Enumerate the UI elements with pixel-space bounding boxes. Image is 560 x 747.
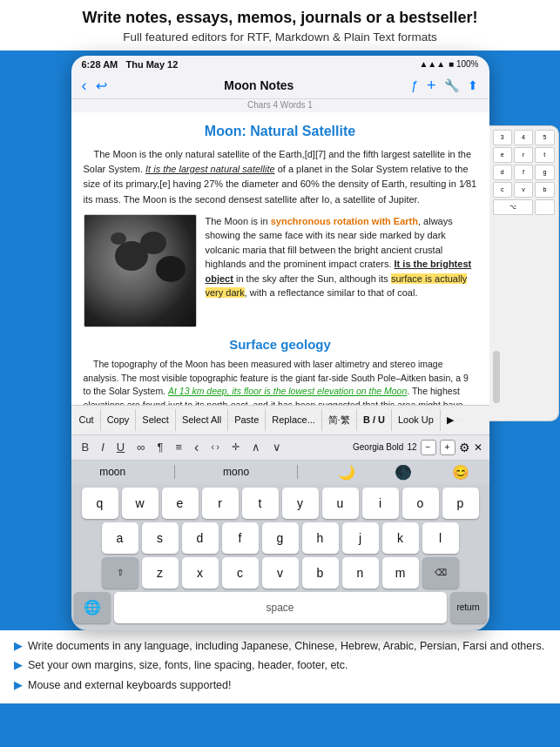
separator-1: [174, 465, 175, 479]
battery-icon: ■ 100%: [449, 59, 478, 69]
tools-icon[interactable]: 🔧: [444, 78, 459, 92]
key-z[interactable]: z: [142, 557, 179, 589]
cursor-button[interactable]: ✛: [228, 440, 243, 454]
more-button[interactable]: ▶: [441, 409, 460, 431]
ext-key: e: [493, 147, 512, 163]
status-bar: 6:28 AM Thu May 12 ▲▲▲ ■ 100%: [71, 56, 489, 73]
emoji-3[interactable]: 😊: [452, 464, 469, 481]
bold-italic-button[interactable]: B / U: [357, 409, 392, 431]
bullet-1: ▶ Write documents in any language, inclu…: [14, 637, 546, 656]
emoji-1[interactable]: 🌙: [338, 464, 355, 481]
add-icon[interactable]: +: [427, 77, 436, 95]
ext-key: 5: [535, 130, 554, 145]
nav-bar: ‹ ↩ Moon Notes ƒ + 🔧 ⬆: [71, 73, 489, 99]
key-e[interactable]: e: [162, 488, 199, 519]
key-b[interactable]: b: [302, 557, 339, 589]
font-icon[interactable]: ƒ: [411, 78, 418, 92]
ext-key: 3: [493, 130, 512, 145]
key-g[interactable]: g: [262, 522, 299, 554]
separator-2: [297, 465, 298, 479]
back-button[interactable]: ‹: [82, 77, 87, 95]
italic-button[interactable]: I: [98, 439, 108, 455]
underline-button[interactable]: U: [113, 439, 128, 455]
font-increase-button[interactable]: +: [440, 440, 455, 455]
key-p[interactable]: p: [442, 488, 479, 519]
paragraph-1: The Moon is the only natural satellite o…: [84, 147, 477, 206]
key-o[interactable]: o: [402, 488, 439, 519]
key-w[interactable]: w: [122, 488, 159, 519]
wifi-icon: ▲▲▲: [419, 59, 445, 69]
list-button[interactable]: ≡: [172, 439, 186, 455]
space-key[interactable]: space: [114, 592, 447, 623]
document-title: Moon: Natural Satellite: [84, 121, 477, 143]
external-keyboard: 3 4 5 e r t d f g c v b ⌥: [489, 125, 559, 421]
settings-button[interactable]: ⚙: [459, 441, 470, 454]
key-f[interactable]: f: [222, 522, 259, 554]
up-arrow-button[interactable]: ∧: [248, 439, 264, 455]
column-text: The Moon is in synchronous rotation with…: [206, 214, 477, 329]
context-menu: Cut Copy Select Select All Paste Replace…: [71, 405, 489, 434]
bullet-icon-2: ▶: [14, 656, 23, 675]
bullet-icon-3: ▶: [14, 676, 23, 695]
replace-button[interactable]: Replace...: [266, 409, 322, 431]
down-arrow-button[interactable]: ∨: [269, 439, 285, 455]
ipad-frame: 6:28 AM Thu May 12 ▲▲▲ ■ 100% ‹ ↩ Moon N…: [71, 56, 489, 630]
key-s[interactable]: s: [142, 522, 179, 554]
prev-arrow-button[interactable]: ‹: [191, 438, 202, 457]
key-u[interactable]: u: [322, 488, 359, 519]
key-i[interactable]: i: [362, 488, 399, 519]
cut-button[interactable]: Cut: [73, 409, 101, 431]
bold-button[interactable]: B: [78, 439, 93, 455]
bullet-icon-1: ▶: [14, 637, 23, 656]
undo-button[interactable]: ↩: [96, 77, 107, 94]
key-r[interactable]: r: [202, 488, 239, 519]
ext-key: 4: [514, 130, 533, 145]
bullet-text-1: Write documents in any language, includi…: [28, 637, 544, 655]
key-t[interactable]: t: [242, 488, 279, 519]
select-all-button[interactable]: Select All: [176, 409, 228, 431]
chinese-convert-button[interactable]: 简·繁: [322, 409, 357, 431]
subtext: Full featured editors for RTF, Markdown …: [17, 30, 543, 44]
key-j[interactable]: j: [342, 522, 379, 554]
autocomplete-item-2[interactable]: mono: [214, 464, 258, 480]
paste-button[interactable]: Paste: [228, 409, 266, 431]
close-button[interactable]: ✕: [474, 441, 482, 454]
key-n[interactable]: n: [342, 557, 379, 589]
document-area[interactable]: Moon: Natural Satellite The Moon is the …: [71, 112, 489, 434]
autocomplete-item-1[interactable]: moon: [91, 464, 134, 480]
key-d[interactable]: d: [182, 522, 219, 554]
ext-key: f: [514, 165, 533, 180]
key-l[interactable]: l: [422, 522, 459, 554]
time-display: 6:28 AM Thu May 12: [82, 59, 179, 70]
share-icon[interactable]: ⬆: [468, 78, 478, 92]
key-m[interactable]: m: [382, 557, 419, 589]
key-h[interactable]: h: [302, 522, 339, 554]
key-y[interactable]: y: [282, 488, 319, 519]
copy-button[interactable]: Copy: [101, 409, 137, 431]
paragraph-button[interactable]: ¶: [153, 439, 166, 455]
key-x[interactable]: x: [182, 557, 219, 589]
nav-title: Moon Notes: [224, 78, 293, 92]
next-arrows-button[interactable]: ‹ ›: [207, 441, 222, 454]
key-a[interactable]: a: [102, 522, 138, 554]
delete-key[interactable]: ⌫: [422, 557, 459, 589]
emoji-2[interactable]: 🌑: [395, 464, 412, 481]
ext-key: v: [514, 182, 533, 198]
globe-key[interactable]: 🌐: [74, 592, 111, 623]
return-key[interactable]: return: [450, 592, 487, 623]
link-button[interactable]: ∞: [133, 439, 148, 455]
key-k[interactable]: k: [382, 522, 419, 554]
key-v[interactable]: v: [262, 557, 299, 589]
key-c[interactable]: c: [222, 557, 259, 589]
bullet-3: ▶ Mouse and external keyboards supported…: [14, 676, 546, 695]
bottom-banner: ▶ Write documents in any language, inclu…: [0, 630, 560, 703]
key-q[interactable]: q: [82, 488, 118, 519]
font-decrease-button[interactable]: −: [421, 440, 436, 455]
two-column-section: The Moon is in synchronous rotation with…: [84, 214, 477, 329]
char-count: Chars 4 Words 1: [71, 99, 489, 112]
ext-key: g: [535, 165, 554, 180]
shift-key[interactable]: ⇧: [102, 557, 138, 589]
look-up-button[interactable]: Look Up: [392, 409, 441, 431]
font-size-label: 12: [407, 442, 416, 452]
select-button[interactable]: Select: [136, 409, 176, 431]
